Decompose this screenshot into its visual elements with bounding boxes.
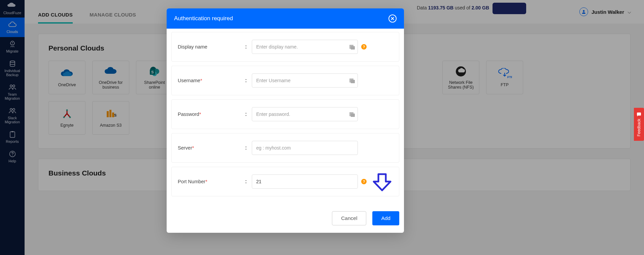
feedback-label: Feedback (637, 119, 641, 137)
form-row-display-name: Display name : ? (171, 32, 399, 62)
password-input[interactable] (252, 107, 358, 121)
form-row-password: Password* : (171, 99, 399, 129)
password-label: Password* (178, 111, 245, 117)
help-badge[interactable]: ? (361, 179, 367, 184)
port-label: Port Number* (178, 179, 245, 184)
add-button[interactable]: Add (372, 211, 399, 225)
annotation-arrow-icon (370, 173, 394, 193)
modal-title: Authentication required (174, 15, 233, 22)
username-input[interactable] (252, 73, 358, 88)
form-row-server: Server* : (171, 133, 399, 163)
modal-body: Display name : ? Username* : Password* (167, 29, 404, 207)
cancel-button[interactable]: Cancel (332, 211, 366, 225)
display-name-label: Display name (178, 44, 245, 50)
form-row-username: Username* : (171, 66, 399, 95)
colon: : (245, 44, 252, 50)
form-field-icon (349, 44, 355, 50)
svg-rect-28 (351, 80, 355, 83)
form-field-icon (349, 77, 355, 84)
help-badge[interactable]: ? (361, 44, 367, 50)
form-field-icon (349, 111, 355, 117)
close-button[interactable] (388, 14, 397, 23)
svg-rect-31 (637, 113, 641, 116)
colon: : (245, 111, 252, 117)
close-icon (391, 17, 395, 21)
server-label: Server* (178, 145, 245, 151)
modal-header: Authentication required (167, 8, 404, 29)
svg-rect-30 (351, 114, 355, 117)
colon: : (245, 145, 252, 151)
server-input[interactable] (252, 141, 358, 155)
display-name-input[interactable] (252, 40, 358, 54)
svg-rect-26 (351, 46, 355, 50)
colon: : (245, 77, 252, 84)
port-input[interactable] (252, 174, 358, 189)
form-row-port: Port Number* : ? (171, 167, 399, 196)
username-label: Username* (178, 78, 245, 83)
auth-modal: Authentication required Display name : ?… (167, 8, 404, 233)
feedback-tab[interactable]: Feedback (634, 108, 644, 141)
chat-icon (637, 112, 641, 117)
modal-footer: Cancel Add (167, 207, 404, 233)
colon: : (245, 179, 252, 185)
